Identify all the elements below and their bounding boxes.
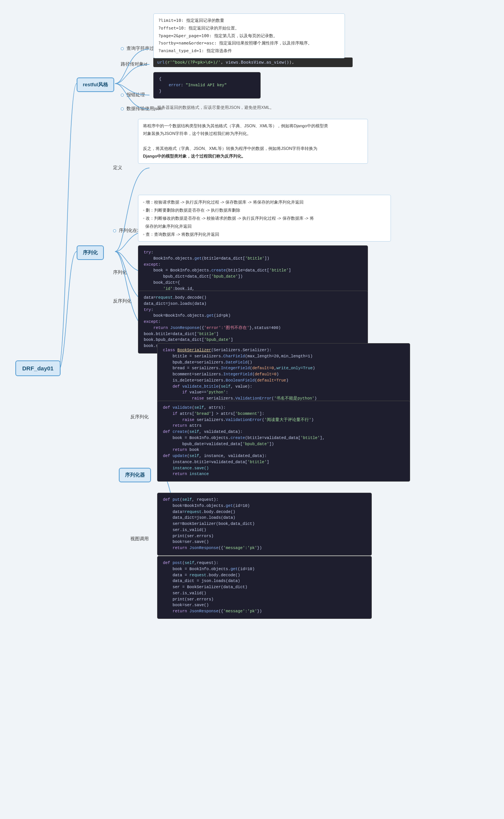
error-key: error [169, 83, 181, 87]
vb-bpub: 'bpub_date' [243, 442, 269, 446]
validate-block: def validate(self, attrs): if attrs['bre… [157, 401, 410, 482]
query-info-text: ?limit=10: 指定返回记录的数量 ?offset=10: 指定返回记录的… [158, 17, 340, 55]
vb-valerr: ValidationError [226, 418, 262, 422]
bs-boolfield: BooleanField [226, 378, 255, 383]
post-jsonresp: JsonResponse [189, 609, 218, 613]
put-fn: put [172, 497, 180, 502]
vb-update: update [172, 454, 187, 458]
bs-intfield1: IntegerField [221, 366, 250, 370]
put-return: return [172, 546, 187, 550]
dc-return: return [153, 326, 168, 330]
definition-box: 将程序中的一个数据结构类型转换为其他格式（字典、JSON、XML等），例如将Dj… [138, 119, 368, 164]
dc-try: try [144, 308, 151, 312]
post-block: def post(self,request): book = BookInfo.… [157, 556, 372, 619]
bs-if: if [182, 390, 187, 395]
put-block: def put(self, request): book=BookInfo.ob… [157, 493, 372, 556]
deserialize2-label: 反序列化 [130, 414, 149, 420]
vb-btitle2: 'btitle' [248, 460, 267, 464]
dc-request: request [156, 295, 173, 300]
put-get: get [226, 503, 233, 508]
dc-bpub: 'bpub_date' [204, 337, 231, 342]
vb-def3: def [163, 454, 170, 458]
sc-btitle2: 'btitle' [269, 268, 289, 273]
definition-label: 定义 [113, 165, 122, 171]
serialize-leaf-text: 序列化 [113, 270, 127, 275]
main-node: DRF_day01 [15, 360, 61, 376]
vb-return3: return [172, 472, 187, 476]
serialize-role-dot [113, 229, 116, 232]
deserialize-leaf-text: 反序列化 [113, 299, 131, 303]
post-msg: 'message':'pk' [223, 609, 257, 613]
url-str: r'^book/(?P<pk>\d+)/' [167, 60, 221, 65]
mind-map: DRF_day01 restful风格 序列化 ?limit=10: 指定返回记… [8, 8, 491, 813]
dc-jsonresp: JsonResponse [170, 326, 199, 330]
post-get: get [230, 567, 238, 571]
error-code-block: { error: "Invalid API key" } [153, 72, 261, 99]
path-id-text: 路径传对象id [121, 62, 147, 66]
bs-writeonly: write_only=True [276, 366, 313, 370]
vb-btitle: 'btitle' [300, 436, 320, 440]
definition-strong: Django中的模型类对象，这个过程我们称为反序列化。 [143, 154, 246, 158]
bs-defaulttrue: default=True [257, 378, 286, 383]
error-value: "Invalid API key" [186, 83, 227, 87]
branch-serializer-label: 序列化器 [125, 472, 145, 478]
error-brace-close: } [159, 89, 161, 94]
bs-default0: default=0 [252, 366, 274, 370]
vb-def2: def [163, 429, 170, 434]
dc-get: get [207, 313, 214, 318]
bs-class-name: BookSerializer [177, 348, 211, 352]
vb-self2: self [189, 429, 199, 434]
sc-try: try [144, 250, 151, 255]
vb-bcomment: 'bcomment' [235, 411, 259, 416]
put-request: request [185, 510, 202, 514]
crud-roles-box: ◦ 增：校验请求数据 -> 执行反序列化过程 -> 保存数据库 -> 将保存的对… [138, 195, 391, 242]
url-view: views.BooksView.as_view() [226, 60, 289, 65]
query-filter-dot [121, 47, 124, 50]
main-node-label: DRF_day01 [22, 365, 54, 372]
put-msg: 'message':'pk' [223, 546, 257, 550]
vb-def1: def [163, 405, 170, 410]
sc-bpub: 'bpub_date' [211, 274, 238, 279]
bs-datefield: DateField [226, 360, 248, 365]
sc-create: create [211, 268, 226, 273]
vb-instance: instance [189, 472, 208, 476]
query-info-box: ?limit=10: 指定返回记录的数量 ?offset=10: 指定返回记录的… [153, 13, 345, 58]
bs-def-kw: def [172, 384, 180, 389]
error-brace-open: { [159, 77, 161, 81]
post-request: request [189, 573, 206, 577]
definition-text: 定义 [113, 165, 122, 170]
vb-if: if [172, 411, 177, 416]
post-self: self [185, 561, 194, 565]
url-code-bar: url(r'^book/(?P<pk>\d+)/', views.BooksVi… [153, 58, 353, 67]
bs-validate-fn: validate_btitle [182, 384, 218, 389]
put-def: def [163, 497, 170, 502]
vb-instance-save: instance.save() [172, 466, 209, 470]
bs-intfield2: IntegerField [223, 372, 253, 377]
json-transfer-label: 数据传输使用json [121, 106, 162, 112]
bs-self1: self [221, 384, 230, 389]
crud-content: ◦ 增：校验请求数据 -> 执行反序列化过程 -> 保存数据库 -> 将保存的对… [143, 198, 386, 238]
error-handling-dot [121, 94, 124, 97]
post-def: def [163, 561, 170, 565]
branch-serialize-label: 序列化 [83, 250, 98, 255]
bs-valerr-msg: '书名不能是python' [274, 396, 314, 401]
vb-return1: return [172, 423, 187, 428]
branch-serialize: 序列化 [77, 245, 104, 260]
deserialize-leaf-label: 反序列化 [113, 298, 131, 304]
definition-content: 将程序中的一个数据结构类型转换为其他格式（字典、JSON、XML等），例如将Dj… [143, 122, 363, 160]
vb-self3: self [189, 454, 199, 458]
vb-validate: validate [172, 405, 192, 410]
error-handling-label: 报错处理 [121, 92, 145, 98]
vb-create: create [172, 429, 187, 434]
deserialize2-text: 反序列化 [130, 414, 149, 419]
dc-btitle: 'btitle' [197, 332, 216, 336]
sc-get: get [194, 256, 202, 261]
branch-restful: restful风格 [77, 77, 114, 92]
json-desc: 服务器返回的数据格式，应该尽量使用JSON，避免使用XML。 [157, 104, 341, 111]
vb-self1: self [194, 405, 204, 410]
vb-return2: return [172, 447, 187, 452]
vb-create-fn: create [230, 436, 245, 440]
bs-python-str: 'python' [206, 390, 225, 395]
bs-charfield: CharField [223, 354, 245, 359]
view-call-label: 视图调用 [130, 536, 149, 542]
